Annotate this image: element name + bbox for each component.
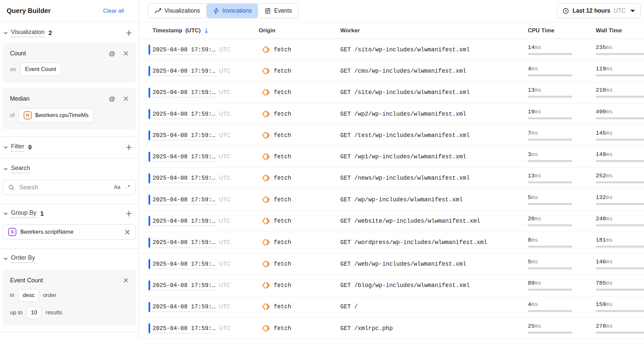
table-body: 2025-04-08 17:59:…UTC fetch GET /sito/wp… — [139, 39, 644, 340]
regex-toggle[interactable]: .* — [126, 184, 130, 191]
order-by-label[interactable]: Order By — [11, 254, 35, 263]
cpu-time-cell: 3ms — [528, 151, 596, 162]
direction-select[interactable]: desc — [18, 289, 39, 302]
limit-input[interactable]: 10 — [27, 306, 42, 319]
search-label[interactable]: Search — [11, 165, 30, 173]
column-wall-time[interactable]: Wall Time — [596, 27, 644, 34]
timestamp-timezone: UTC — [219, 303, 230, 309]
match-case-toggle[interactable]: Aa — [114, 184, 121, 190]
cpu-time-value: 20 — [528, 216, 534, 222]
table-row[interactable]: 2025-04-08 17:59:…UTC fetch GET /cms/wp-… — [139, 60, 644, 82]
chevron-down-icon[interactable] — [3, 211, 8, 216]
column-timestamp[interactable]: Timestamp — [153, 27, 182, 34]
wall-time-unit: ms — [606, 66, 613, 72]
timestamp-cell: 2025-04-08 17:59:…UTC — [153, 111, 259, 117]
timestamp-timezone: UTC — [219, 325, 230, 331]
timestamp-value: 2025-04-08 17:59:… — [153, 175, 215, 183]
divider — [0, 204, 139, 204]
column-cpu-time[interactable]: CPU Time — [528, 27, 596, 34]
table-row[interactable]: 2025-04-08 17:59:…UTC fetch GET /wordpre… — [139, 232, 644, 253]
chevron-down-icon[interactable] — [3, 31, 8, 35]
cpu-time-value: 5 — [528, 259, 531, 265]
card-title: Median — [10, 95, 30, 103]
table-row[interactable]: 2025-04-08 17:59:…UTC fetch GET /site/wp… — [139, 82, 644, 103]
origin-value: fetch — [274, 153, 291, 160]
cpu-time-cell: 25ms — [528, 323, 596, 334]
origin-cell: fetch — [259, 131, 340, 140]
close-icon[interactable] — [123, 96, 129, 101]
table-row[interactable]: 2025-04-08 17:59:…UTC fetch GET /wp/wp-i… — [139, 189, 644, 210]
sort-desc-icon[interactable]: ↓ — [204, 27, 209, 34]
table-row[interactable]: 2025-04-08 17:59:…UTC fetch GET /news/wp… — [139, 168, 644, 189]
timestamp-value: 2025-04-08 17:59:… — [153, 132, 215, 140]
close-icon[interactable] — [123, 278, 129, 283]
filter-count: 0 — [28, 144, 32, 151]
wall-time-unit: ms — [606, 173, 613, 179]
table-row[interactable]: 2025-04-08 17:59:…UTC fetch GET /wp2/wp-… — [139, 103, 644, 125]
add-group-by-button[interactable] — [125, 210, 133, 218]
origin-cell: fetch — [259, 238, 340, 247]
chevron-down-icon[interactable] — [3, 167, 8, 171]
wall-time-unit: ms — [606, 130, 613, 136]
add-filter-button[interactable] — [125, 143, 133, 151]
cpu-time-bar — [528, 332, 572, 334]
time-range-timezone: UTC — [614, 7, 626, 14]
clear-all-button[interactable]: Clear all — [103, 8, 124, 14]
cpu-time-unit: ms — [531, 66, 538, 72]
chevron-down-icon[interactable] — [3, 256, 8, 261]
tab-visualizations[interactable]: Visualizations — [148, 4, 206, 18]
tab-events[interactable]: Events — [258, 4, 298, 18]
timestamp-timezone: UTC — [219, 89, 230, 95]
chevron-down-icon[interactable] — [3, 145, 8, 150]
wall-time-value: 159 — [596, 301, 606, 308]
table-row[interactable]: 2025-04-08 17:59:…UTC fetch GET /test/wp… — [139, 125, 644, 146]
origin-cell: fetch — [259, 217, 340, 225]
origin-value: fetch — [274, 46, 291, 53]
at-sign-icon[interactable]: @ — [109, 96, 115, 102]
worker-cell: GET /wordpress/wp-includes/wlwmanifest.x… — [340, 239, 528, 246]
close-icon[interactable] — [125, 229, 130, 235]
timestamp-value: 2025-04-08 17:59:… — [153, 68, 215, 76]
fetch-origin-icon — [262, 67, 270, 75]
wall-time-cell: 181ms — [596, 237, 644, 248]
origin-value: fetch — [274, 239, 291, 246]
wall-time-cell: 210ms — [596, 87, 644, 98]
filter-label[interactable]: Filter — [11, 143, 24, 152]
wall-time-unit: ms — [606, 301, 613, 308]
origin-value: fetch — [274, 282, 291, 289]
visualization-label[interactable]: Visualization — [11, 29, 45, 37]
table-row[interactable]: 2025-04-08 17:59:…UTC fetch GET /web/wp-… — [139, 253, 644, 275]
tab-invocations[interactable]: Invocations — [206, 4, 258, 18]
cpu-time-bar — [528, 117, 572, 119]
group-by-field[interactable]: S $workers.scriptName — [3, 224, 136, 240]
alias-chip[interactable]: Event Count — [20, 63, 61, 76]
add-visualization-button[interactable] — [125, 29, 133, 37]
table-row[interactable]: 2025-04-08 17:59:…UTC fetch GET /xmlrpc.… — [139, 318, 644, 339]
wall-time-cell: 149ms — [596, 151, 644, 162]
origin-cell: fetch — [259, 110, 340, 118]
table-row[interactable]: 2025-04-08 17:59:…UTC fetch GET /website… — [139, 210, 644, 232]
timestamp-timezone: UTC — [219, 68, 230, 74]
wall-time-cell: 146ms — [596, 259, 644, 269]
column-origin[interactable]: Origin — [259, 27, 340, 34]
at-sign-icon[interactable]: @ — [109, 50, 115, 57]
cpu-time-unit: ms — [534, 109, 541, 115]
group-by-label[interactable]: Group By — [11, 209, 36, 218]
cpu-time-cell: 14ms — [528, 44, 596, 55]
timestamp-value: 2025-04-08 17:59:… — [153, 239, 215, 247]
origin-cell: fetch — [259, 195, 340, 204]
fetch-origin-icon — [262, 238, 270, 247]
wall-time-value: 119 — [596, 66, 606, 72]
close-icon[interactable] — [123, 51, 129, 56]
table-row[interactable]: 2025-04-08 17:59:…UTC fetch GET /sito/wp… — [139, 39, 644, 60]
search-input[interactable] — [19, 184, 110, 191]
table-row[interactable]: 2025-04-08 17:59:…UTC fetch GET /blog/wp… — [139, 275, 644, 296]
origin-cell: fetch — [259, 302, 340, 311]
column-worker[interactable]: Worker — [340, 27, 528, 34]
time-range-select[interactable]: Last 12 hours UTC — [557, 3, 641, 18]
timestamp-cell: 2025-04-08 17:59:…UTC — [153, 218, 259, 224]
table-row[interactable]: 2025-04-08 17:59:…UTC fetch GET /wp1/wp-… — [139, 146, 644, 167]
field-chip[interactable]: N $workers.cpuTimeMs — [19, 108, 94, 123]
cpu-time-cell: 20ms — [528, 216, 596, 226]
table-row[interactable]: 2025-04-08 17:59:…UTC fetch GET / 4ms 15… — [139, 296, 644, 318]
